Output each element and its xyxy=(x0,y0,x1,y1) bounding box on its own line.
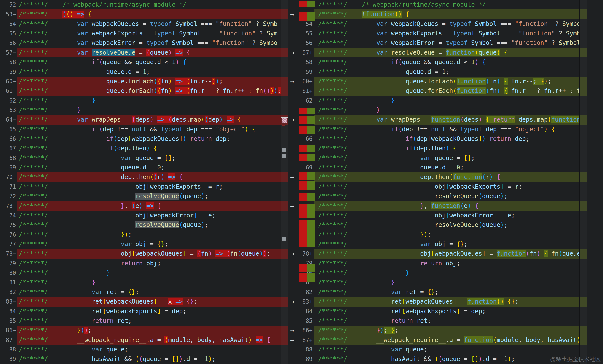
line-number[interactable]: 65 xyxy=(0,125,17,134)
original-code-line[interactable]: 64−/******/ var wrapDeps = (deps) => (de… xyxy=(0,115,288,124)
original-code-line[interactable]: 87−/******/ __webpack_require__.a = (mod… xyxy=(0,335,288,345)
line-number[interactable]: 54 xyxy=(0,19,17,29)
modified-code-line[interactable]: 76/******/ }); xyxy=(288,230,603,239)
modified-code-line[interactable]: 88/******/ var queue; xyxy=(288,345,603,354)
diff-change-arrow-icon[interactable]: → xyxy=(288,249,297,258)
modified-code-line[interactable]: 54/******/ var webpackQueues = typeof Sy… xyxy=(288,19,603,29)
original-code-line[interactable]: 75/******/ resolveQueue(queue); xyxy=(0,220,288,230)
original-code-line[interactable]: 80/******/ } xyxy=(0,268,288,278)
line-number[interactable]: 69 xyxy=(0,163,17,172)
original-code-line[interactable]: 68/******/ var queue = []; xyxy=(0,153,288,163)
line-number[interactable]: 87− xyxy=(0,335,17,345)
modified-code-line[interactable]: 69/******/ queue.d = 0; xyxy=(288,163,603,172)
modified-code-line[interactable]: →70+/******/ dep.then(function(r) { xyxy=(288,172,603,182)
modified-code-line[interactable]: 85/******/ return ret; xyxy=(288,316,603,326)
diff-change-arrow-icon[interactable]: → xyxy=(288,77,297,86)
original-code-line[interactable]: 52/******/ /* webpack/runtime/async modu… xyxy=(0,0,288,10)
left-editor-scrollbar[interactable] xyxy=(280,0,288,364)
modified-code-line[interactable]: 71/******/ obj[webpackExports] = r; xyxy=(288,182,603,191)
modified-code-line[interactable]: →87+/******/ __webpack_require__.a = fun… xyxy=(288,335,603,345)
original-code-line[interactable]: 85/******/ return ret; xyxy=(0,316,288,326)
original-code-line[interactable]: 86−/******/ })); xyxy=(0,326,288,335)
line-number[interactable]: 59 xyxy=(0,67,17,77)
modified-code-line[interactable]: 81/******/ } xyxy=(288,278,603,287)
original-code-line[interactable]: 78−/******/ obj[webpackQueues] = (fn) =>… xyxy=(0,249,288,258)
original-code-line[interactable]: 81/******/ } xyxy=(0,278,288,287)
line-number[interactable]: 58 xyxy=(0,57,17,67)
diff-change-arrow-icon[interactable]: → xyxy=(288,297,297,306)
modified-code-line[interactable]: 52/******/ /* webpack/runtime/async modu… xyxy=(288,0,603,10)
scrollbar-grip[interactable] xyxy=(282,118,287,123)
modified-code-line[interactable]: →78+/******/ obj[webpackQueues] = functi… xyxy=(288,249,603,258)
original-code-line[interactable]: 63/******/ } xyxy=(0,105,288,115)
original-code-line[interactable]: 79/******/ return obj; xyxy=(0,259,288,268)
modified-code-line[interactable]: 58/******/ if(queue && queue.d < 1) { xyxy=(288,57,603,67)
original-code-line[interactable]: 73−/******/ }, (e) => { xyxy=(0,201,288,211)
modified-code-line[interactable]: 82/******/ var ret = {}; xyxy=(288,287,603,297)
right-editor-scrollbar[interactable] xyxy=(580,0,587,364)
original-code-line[interactable]: 67/******/ if(dep.then) { xyxy=(0,143,288,153)
line-number[interactable]: 61− xyxy=(0,86,17,96)
modified-code-line[interactable]: →60+/******/ queue.forEach(function(fn) … xyxy=(288,77,603,86)
line-number[interactable]: 52 xyxy=(0,0,17,10)
line-number[interactable]: 89 xyxy=(0,354,17,364)
line-number[interactable]: 79 xyxy=(0,259,17,268)
original-code-line[interactable]: 66/******/ if(dep[webpackQueues]) return… xyxy=(0,134,288,143)
line-number[interactable]: 57− xyxy=(0,48,17,57)
line-number[interactable]: 82 xyxy=(0,287,17,297)
line-number[interactable]: 60− xyxy=(0,77,17,86)
modified-code-line[interactable]: 80/******/ } xyxy=(288,268,603,278)
line-number[interactable]: 56 xyxy=(0,38,17,48)
line-number[interactable]: 77 xyxy=(0,239,17,249)
modified-code-line[interactable]: 63/******/ } xyxy=(288,105,603,115)
modified-code-line[interactable]: →73+/******/ }, function(e) { xyxy=(288,201,603,211)
modified-code-line[interactable]: 68/******/ var queue = []; xyxy=(288,153,603,163)
line-number[interactable]: 72 xyxy=(0,191,17,201)
line-number[interactable]: 68 xyxy=(0,153,17,163)
line-number[interactable]: 62 xyxy=(0,96,17,105)
modified-code-line[interactable]: →64+/******/ var wrapDeps = function(dep… xyxy=(288,115,603,124)
modified-code-line[interactable]: 65/******/ if(dep !== null && typeof dep… xyxy=(288,125,603,134)
modified-code-line[interactable]: 79/******/ return obj; xyxy=(288,259,603,268)
original-code-line[interactable]: 71/******/ obj[webpackExports] = r; xyxy=(0,182,288,191)
original-code-line[interactable]: 83−/******/ ret[webpackQueues] = x => {}… xyxy=(0,297,288,306)
line-number[interactable]: 70− xyxy=(0,172,17,182)
modified-code-line[interactable]: 67/******/ if(dep.then) { xyxy=(288,143,603,153)
line-number[interactable]: 76 xyxy=(0,230,17,239)
diff-change-arrow-icon[interactable]: → xyxy=(288,10,297,19)
line-number[interactable]: 83− xyxy=(0,297,17,306)
line-number[interactable]: 53− xyxy=(0,10,17,19)
original-code-line[interactable]: 77/******/ var obj = {}; xyxy=(0,239,288,249)
original-code-line[interactable]: 55/******/ var webpackExports = typeof S… xyxy=(0,29,288,38)
modified-code-line[interactable]: →57+/******/ var resolveQueue = function… xyxy=(288,48,603,57)
original-code-line[interactable]: 72/******/ resolveQueue(queue); xyxy=(0,191,288,201)
line-number[interactable]: 85 xyxy=(0,316,17,326)
original-code-line[interactable]: 82/******/ var ret = {}; xyxy=(0,287,288,297)
modified-code-line[interactable]: 75/******/ resolveQueue(queue); xyxy=(288,220,603,230)
modified-code-line[interactable]: 62/******/ } xyxy=(288,96,603,105)
original-code-line[interactable]: 84/******/ ret[webpackExports] = dep; xyxy=(0,307,288,316)
diff-change-arrow-icon[interactable]: → xyxy=(288,48,297,57)
modified-code-line[interactable]: 74/******/ obj[webpackError] = e; xyxy=(288,211,603,220)
diff-change-arrow-icon[interactable]: → xyxy=(288,326,297,335)
original-code-line[interactable]: 70−/******/ dep.then((r) => { xyxy=(0,172,288,182)
line-number[interactable]: 55 xyxy=(0,29,17,38)
line-number[interactable]: 75 xyxy=(0,220,17,230)
diff-change-arrow-icon[interactable]: → xyxy=(288,115,297,124)
line-number[interactable]: 81 xyxy=(0,278,17,287)
original-code-line[interactable]: 59/******/ queue.d = 1; xyxy=(0,67,288,77)
line-number[interactable]: 74 xyxy=(0,211,17,220)
modified-code-line[interactable]: →53+/******/ !function() { xyxy=(288,10,603,19)
original-code-line[interactable]: 89/******/ hasAwait && ((queue = []).d =… xyxy=(0,354,288,364)
original-code-line[interactable]: 54/******/ var webpackQueues = typeof Sy… xyxy=(0,19,288,29)
line-number[interactable]: 73− xyxy=(0,201,17,211)
modified-code-line[interactable]: 61+/******/ queue.forEach(function(fn) {… xyxy=(288,86,603,96)
diff-change-arrow-icon[interactable]: → xyxy=(288,172,297,182)
modified-code-line[interactable]: 66/******/ if(dep[webpackQueues]) return… xyxy=(288,134,603,143)
original-code-line[interactable]: 65/******/ if(dep !== null && typeof dep… xyxy=(0,125,288,134)
line-number[interactable]: 84 xyxy=(0,307,17,316)
diff-pane-modified[interactable]: 52/******/ /* webpack/runtime/async modu… xyxy=(288,0,603,364)
line-number[interactable]: 63 xyxy=(0,105,17,115)
original-code-line[interactable]: 61−/******/ queue.forEach((fn) => (fn.r-… xyxy=(0,86,288,96)
modified-code-line[interactable]: 56/******/ var webpackError = typeof Sym… xyxy=(288,38,603,48)
